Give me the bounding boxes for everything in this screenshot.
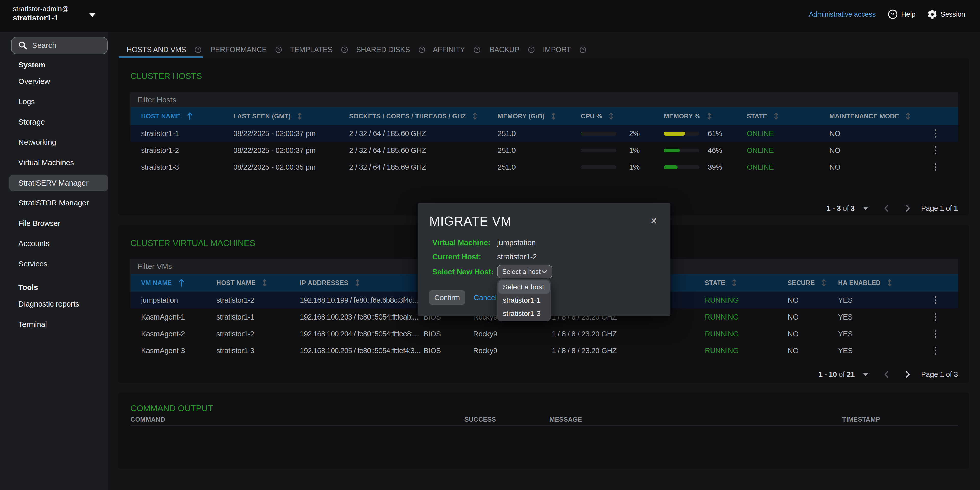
hosts-col-maintenance-mode[interactable]: MAINTENANCE MODE (829, 107, 910, 125)
tab-help-icon[interactable]: ? (418, 46, 425, 53)
vms-page-label: Page 1 of 3 (921, 370, 958, 379)
hosts-col-memory-gib[interactable]: MEMORY (GiB) (498, 107, 556, 125)
gear-icon (928, 10, 937, 19)
search-input[interactable] (32, 41, 99, 50)
previous-page-icon[interactable] (884, 204, 889, 212)
menu-option-select-a-host[interactable]: Select a host (498, 280, 550, 294)
hosts-pagination-range[interactable]: 1 - 3 of 3 (827, 204, 855, 213)
kebab-menu-icon[interactable] (935, 292, 936, 309)
next-page-icon[interactable] (905, 370, 910, 379)
command-output-col-message: MESSAGE (549, 414, 582, 425)
svg-text:?: ? (530, 48, 532, 52)
tab-help-icon[interactable]: ? (341, 46, 348, 53)
sort-icon (473, 112, 477, 120)
vms-pagination-range[interactable]: 1 - 10 of 21 (818, 370, 855, 379)
vms-col-state[interactable]: STATE (705, 274, 737, 292)
tab-help-icon[interactable]: ? (474, 46, 480, 53)
kebab-menu-icon[interactable] (935, 142, 936, 159)
tab-affinity[interactable]: AFFINITY ? (433, 45, 480, 54)
command-output-divider (130, 425, 958, 426)
filter-hosts-input[interactable] (130, 92, 958, 107)
hosts-table-header: HOST NAME LAST SEEN (GMT) SOCKETS / CORE… (130, 107, 958, 125)
previous-page-icon[interactable] (884, 370, 889, 379)
sort-ascending-icon (187, 112, 192, 120)
tab-import[interactable]: IMPORT ? (543, 45, 586, 54)
vms-col-vm-name[interactable]: VM NAME (141, 274, 184, 292)
tab-help-icon[interactable]: ? (528, 46, 535, 53)
sidebar-item-overview[interactable]: Overview (0, 71, 108, 92)
vm-field-value: jumpstation (497, 239, 536, 247)
hosts-col-cpu-pct[interactable]: CPU % (581, 107, 614, 125)
close-icon[interactable]: ✕ (650, 217, 657, 225)
command-output-col-timestamp: TIMESTAMP (842, 414, 880, 425)
svg-text:?: ? (476, 48, 478, 52)
sidebar-item-stratistor-manager[interactable]: StratiSTOR Manager (0, 192, 108, 213)
session-menu[interactable]: Session (928, 10, 965, 19)
host-switcher[interactable]: stratistor-admin@ stratistor1-1 (13, 5, 69, 22)
sidebar-search[interactable] (11, 37, 108, 54)
modal-select-row: Select New Host: Select a host (432, 266, 497, 277)
kebab-menu-icon[interactable] (935, 159, 936, 176)
host-row-stratistor1-2[interactable]: stratistor1-2 08/22/2025 - 02:00:37 pm 2… (130, 142, 958, 159)
tab-help-icon[interactable]: ? (195, 46, 201, 53)
hosts-col-last-seen[interactable]: LAST SEEN (GMT) (233, 107, 302, 125)
administrative-access-button[interactable]: Administrative access (809, 10, 876, 18)
sidebar-item-accounts[interactable]: Accounts (0, 233, 108, 254)
host-switcher-caret-icon[interactable] (89, 13, 95, 17)
tab-hosts-and-vms[interactable]: HOSTS AND VMS ? (127, 45, 201, 54)
pagination-caret-icon[interactable] (863, 373, 869, 376)
sidebar-item-virtual-machines[interactable]: Virtual Machines (0, 152, 108, 173)
host-state: ONLINE (747, 142, 774, 159)
pagination-caret-icon[interactable] (863, 207, 869, 210)
menu-option-stratistor1-1[interactable]: stratistor1-1 (497, 294, 551, 307)
sidebar-item-diagnostic-reports[interactable]: Diagnostic reports (0, 294, 108, 314)
next-page-icon[interactable] (905, 204, 910, 212)
host-row-stratistor1-3[interactable]: stratistor1-3 08/22/2025 - 02:00:35 pm 2… (130, 159, 958, 176)
tab-bar: HOSTS AND VMS ? PERFORMANCE ? TEMPLATES … (108, 32, 980, 58)
vms-col-ha-enabled[interactable]: HA ENABLED (838, 274, 892, 292)
vms-col-secure[interactable]: SECURE (788, 274, 826, 292)
tab-templates[interactable]: TEMPLATES ? (290, 45, 348, 54)
host-row-stratistor1-1[interactable]: stratistor1-1 08/22/2025 - 02:00:37 pm 2… (130, 125, 958, 142)
tab-shared-disks[interactable]: SHARED DISKS ? (356, 45, 425, 54)
sidebar-item-networking[interactable]: Networking (0, 132, 108, 152)
vms-col-host-name[interactable]: HOST NAME (216, 274, 267, 292)
sort-icon (707, 112, 712, 120)
host-select-dropdown[interactable]: Select a host (497, 265, 552, 278)
vms-col-ip-addresses[interactable]: IP ADDRESSES (300, 274, 360, 292)
hosts-col-sockets[interactable]: SOCKETS / CORES / THREADS / GHZ (349, 107, 477, 125)
hosts-col-state[interactable]: STATE (747, 107, 778, 125)
cancel-button[interactable]: Cancel (474, 293, 496, 302)
confirm-button[interactable]: Confirm (429, 290, 466, 305)
chevron-down-icon (542, 270, 547, 274)
sidebar-item-file-browser[interactable]: File Browser (0, 213, 108, 234)
vm-state: RUNNING (705, 342, 739, 359)
hosts-col-host-name[interactable]: HOST NAME (141, 107, 192, 125)
kebab-menu-icon[interactable] (935, 125, 936, 142)
sort-icon (821, 279, 826, 286)
sidebar-item-storage[interactable]: Storage (0, 112, 108, 132)
sidebar-item-terminal[interactable]: Terminal (0, 314, 108, 334)
kebab-menu-icon[interactable] (935, 325, 936, 342)
tab-backup[interactable]: BACKUP ? (490, 45, 535, 54)
sidebar-item-logs[interactable]: Logs (0, 91, 108, 112)
vm-row-kasmagent-3[interactable]: KasmAgent-3 stratistor1-3 192.168.100.20… (130, 342, 958, 359)
current-host-label: Current Host: (432, 252, 497, 261)
tab-performance[interactable]: PERFORMANCE ? (210, 45, 282, 54)
vm-row-kasmagent-2[interactable]: KasmAgent-2 stratistor1-2 192.168.100.20… (130, 325, 958, 342)
tab-help-icon[interactable]: ? (579, 46, 586, 53)
kebab-menu-icon[interactable] (935, 342, 936, 359)
sidebar-item-stratiserv-manager[interactable]: StratiSERV Manager (9, 175, 108, 191)
menu-option-stratistor1-3[interactable]: stratistor1-3 (497, 307, 551, 320)
svg-text:?: ? (582, 48, 584, 52)
current-host-value: stratistor1-2 (497, 252, 537, 261)
kebab-menu-icon[interactable] (935, 309, 936, 325)
host-state: ONLINE (747, 125, 774, 142)
help-menu[interactable]: ? Help (888, 10, 915, 19)
sidebar-item-services[interactable]: Services (0, 254, 108, 274)
tab-help-icon[interactable]: ? (275, 46, 282, 53)
cpu-meter (581, 125, 616, 142)
command-output-title: COMMAND OUTPUT (130, 403, 213, 413)
sort-icon (887, 279, 892, 286)
hosts-col-memory-pct[interactable]: MEMORY % (664, 107, 712, 125)
